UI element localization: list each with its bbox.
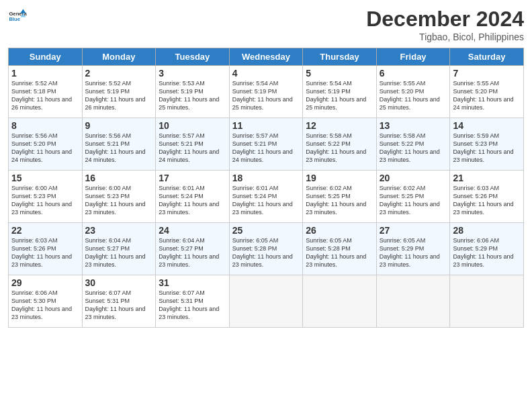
day-detail: Sunrise: 5:58 AM Sunset: 5:22 PM Dayligh… (380, 132, 447, 165)
day-detail: Sunrise: 5:55 AM Sunset: 5:20 PM Dayligh… (453, 79, 521, 112)
table-cell: 20 Sunrise: 6:02 AM Sunset: 5:25 PM Dayl… (376, 171, 450, 223)
day-detail: Sunrise: 5:55 AM Sunset: 5:20 PM Dayligh… (380, 79, 447, 112)
table-cell: 5 Sunrise: 5:54 AM Sunset: 5:19 PM Dayli… (303, 66, 377, 118)
day-number: 21 (453, 173, 521, 183)
header-wednesday: Wednesday (229, 48, 303, 66)
table-cell: 30 Sunrise: 6:07 AM Sunset: 5:31 PM Dayl… (82, 275, 156, 328)
calendar-week-2: 8 Sunrise: 5:56 AM Sunset: 5:20 PM Dayli… (9, 118, 524, 171)
day-number: 12 (306, 120, 373, 131)
day-number: 11 (232, 120, 300, 131)
day-detail: Sunrise: 5:59 AM Sunset: 5:23 PM Dayligh… (453, 132, 521, 165)
table-cell: 9 Sunrise: 5:56 AM Sunset: 5:21 PM Dayli… (82, 118, 156, 171)
svg-text:Blue: Blue (9, 16, 20, 22)
day-detail: Sunrise: 6:02 AM Sunset: 5:25 PM Dayligh… (380, 184, 447, 217)
day-detail: Sunrise: 6:00 AM Sunset: 5:23 PM Dayligh… (85, 184, 153, 217)
table-cell: 8 Sunrise: 5:56 AM Sunset: 5:20 PM Dayli… (9, 118, 83, 171)
table-cell: 3 Sunrise: 5:53 AM Sunset: 5:19 PM Dayli… (156, 66, 230, 118)
day-detail: Sunrise: 5:52 AM Sunset: 5:18 PM Dayligh… (11, 79, 79, 112)
logo: General Blue (8, 7, 27, 26)
table-cell: 2 Sunrise: 5:52 AM Sunset: 5:19 PM Dayli… (82, 66, 156, 118)
table-cell (303, 275, 377, 328)
table-cell: 1 Sunrise: 5:52 AM Sunset: 5:18 PM Dayli… (9, 66, 83, 118)
table-cell (376, 275, 450, 328)
logo-icon: General Blue (8, 7, 27, 26)
table-cell: 16 Sunrise: 6:00 AM Sunset: 5:23 PM Dayl… (82, 171, 156, 223)
day-number: 10 (159, 120, 226, 131)
table-cell: 15 Sunrise: 6:00 AM Sunset: 5:23 PM Dayl… (9, 171, 83, 223)
calendar-week-1: 1 Sunrise: 5:52 AM Sunset: 5:18 PM Dayli… (9, 66, 524, 118)
day-detail: Sunrise: 5:53 AM Sunset: 5:19 PM Dayligh… (159, 79, 226, 112)
day-detail: Sunrise: 6:00 AM Sunset: 5:23 PM Dayligh… (11, 184, 79, 217)
day-number: 26 (306, 225, 373, 236)
day-detail: Sunrise: 6:05 AM Sunset: 5:28 PM Dayligh… (306, 236, 373, 269)
calendar-header-row: Sunday Monday Tuesday Wednesday Thursday… (9, 48, 524, 66)
day-number: 23 (85, 225, 153, 236)
day-number: 31 (159, 277, 226, 288)
month-title: December 2024 (366, 7, 524, 32)
day-detail: Sunrise: 6:01 AM Sunset: 5:24 PM Dayligh… (159, 184, 226, 217)
table-cell: 28 Sunrise: 6:06 AM Sunset: 5:29 PM Dayl… (450, 223, 524, 275)
table-cell: 12 Sunrise: 5:58 AM Sunset: 5:22 PM Dayl… (303, 118, 377, 171)
day-number: 28 (453, 225, 521, 236)
day-detail: Sunrise: 6:06 AM Sunset: 5:30 PM Dayligh… (11, 289, 79, 322)
day-number: 1 (11, 68, 79, 79)
day-number: 4 (232, 68, 300, 79)
table-cell: 13 Sunrise: 5:58 AM Sunset: 5:22 PM Dayl… (376, 118, 450, 171)
day-number: 3 (159, 68, 226, 79)
table-cell: 17 Sunrise: 6:01 AM Sunset: 5:24 PM Dayl… (156, 171, 230, 223)
day-detail: Sunrise: 5:54 AM Sunset: 5:19 PM Dayligh… (306, 79, 373, 112)
day-detail: Sunrise: 5:52 AM Sunset: 5:19 PM Dayligh… (85, 79, 153, 112)
header-friday: Friday (376, 48, 450, 66)
day-number: 19 (306, 173, 373, 183)
day-detail: Sunrise: 6:05 AM Sunset: 5:28 PM Dayligh… (232, 236, 300, 269)
day-number: 25 (232, 225, 300, 236)
day-detail: Sunrise: 5:57 AM Sunset: 5:21 PM Dayligh… (159, 132, 226, 165)
day-number: 18 (232, 173, 300, 183)
page-header: General Blue December 2024 Tigbao, Bicol… (8, 7, 524, 42)
day-number: 16 (85, 173, 153, 183)
table-cell: 25 Sunrise: 6:05 AM Sunset: 5:28 PM Dayl… (229, 223, 303, 275)
title-block: December 2024 Tigbao, Bicol, Philippines (366, 7, 524, 42)
day-number: 22 (11, 225, 79, 236)
day-detail: Sunrise: 6:04 AM Sunset: 5:27 PM Dayligh… (85, 236, 153, 269)
table-cell: 23 Sunrise: 6:04 AM Sunset: 5:27 PM Dayl… (82, 223, 156, 275)
day-number: 17 (159, 173, 226, 183)
header-tuesday: Tuesday (156, 48, 230, 66)
day-number: 2 (85, 68, 153, 79)
calendar-week-4: 22 Sunrise: 6:03 AM Sunset: 5:26 PM Dayl… (9, 223, 524, 275)
table-cell (229, 275, 303, 328)
calendar-week-3: 15 Sunrise: 6:00 AM Sunset: 5:23 PM Dayl… (9, 171, 524, 223)
day-number: 30 (85, 277, 153, 288)
day-number: 27 (380, 225, 447, 236)
table-cell: 4 Sunrise: 5:54 AM Sunset: 5:19 PM Dayli… (229, 66, 303, 118)
calendar-week-5: 29 Sunrise: 6:06 AM Sunset: 5:30 PM Dayl… (9, 275, 524, 328)
day-detail: Sunrise: 6:06 AM Sunset: 5:29 PM Dayligh… (453, 236, 521, 269)
day-number: 8 (11, 120, 79, 131)
table-cell: 11 Sunrise: 5:57 AM Sunset: 5:21 PM Dayl… (229, 118, 303, 171)
header-thursday: Thursday (303, 48, 377, 66)
table-cell: 6 Sunrise: 5:55 AM Sunset: 5:20 PM Dayli… (376, 66, 450, 118)
table-cell: 26 Sunrise: 6:05 AM Sunset: 5:28 PM Dayl… (303, 223, 377, 275)
day-number: 29 (11, 277, 79, 288)
location: Tigbao, Bicol, Philippines (366, 32, 524, 42)
header-monday: Monday (82, 48, 156, 66)
day-number: 7 (453, 68, 521, 79)
table-cell (450, 275, 524, 328)
table-cell: 21 Sunrise: 6:03 AM Sunset: 5:26 PM Dayl… (450, 171, 524, 223)
table-cell: 22 Sunrise: 6:03 AM Sunset: 5:26 PM Dayl… (9, 223, 83, 275)
table-cell: 24 Sunrise: 6:04 AM Sunset: 5:27 PM Dayl… (156, 223, 230, 275)
table-cell: 31 Sunrise: 6:07 AM Sunset: 5:31 PM Dayl… (156, 275, 230, 328)
calendar-table: Sunday Monday Tuesday Wednesday Thursday… (8, 48, 524, 328)
day-detail: Sunrise: 5:58 AM Sunset: 5:22 PM Dayligh… (306, 132, 373, 165)
day-detail: Sunrise: 6:03 AM Sunset: 5:26 PM Dayligh… (453, 184, 521, 217)
table-cell: 27 Sunrise: 6:05 AM Sunset: 5:29 PM Dayl… (376, 223, 450, 275)
table-cell: 29 Sunrise: 6:06 AM Sunset: 5:30 PM Dayl… (9, 275, 83, 328)
day-detail: Sunrise: 5:57 AM Sunset: 5:21 PM Dayligh… (232, 132, 300, 165)
day-number: 5 (306, 68, 373, 79)
day-detail: Sunrise: 6:07 AM Sunset: 5:31 PM Dayligh… (159, 289, 226, 322)
day-number: 13 (380, 120, 447, 131)
day-detail: Sunrise: 6:01 AM Sunset: 5:24 PM Dayligh… (232, 184, 300, 217)
day-detail: Sunrise: 5:54 AM Sunset: 5:19 PM Dayligh… (232, 79, 300, 112)
day-number: 15 (11, 173, 79, 183)
day-detail: Sunrise: 5:56 AM Sunset: 5:21 PM Dayligh… (85, 132, 153, 165)
